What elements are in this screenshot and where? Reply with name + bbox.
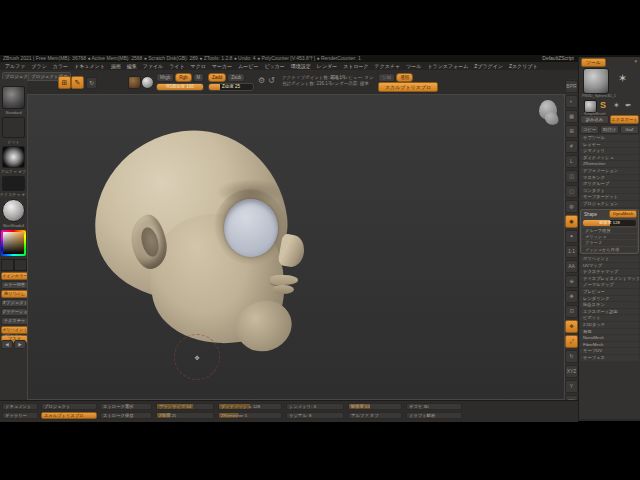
tool-section-row[interactable]: デフォメーション (580, 168, 639, 174)
local-symmetry-icon[interactable]: L (565, 155, 578, 168)
bottom-shelf-item[interactable]: プロジェクト (41, 403, 97, 410)
tool-section-row[interactable]: レンダリング (580, 296, 639, 302)
menu-item[interactable]: ドキュメント (71, 62, 108, 70)
bottom-shelf-item[interactable]: ストローク選択 (100, 403, 152, 410)
tool-section-row[interactable]: ダイナメッシュ (580, 155, 639, 161)
current-material-thumb[interactable] (141, 76, 154, 89)
xyz-icon[interactable]: XYZ (565, 365, 578, 378)
edit-button[interactable]: ✎ (71, 76, 84, 89)
tool-section-row[interactable]: レイヤー (580, 142, 639, 148)
tool-section-row[interactable]: ディスプレイスメントマップ (580, 276, 639, 282)
zoom-icon[interactable]: ⊕ (565, 275, 578, 288)
tool-quick-button[interactable]: GoZ (620, 125, 639, 134)
tool-section-row[interactable]: ポリグループ (580, 181, 639, 187)
main-color-swatch[interactable] (1, 259, 14, 271)
tool-section-row[interactable]: モーフターゲット (580, 194, 639, 200)
tool-section-row[interactable]: サブツール (580, 135, 639, 141)
tool-section-row[interactable]: ジオメトリ (580, 148, 639, 154)
current-tool-thumb[interactable] (583, 68, 609, 94)
scroll-icon[interactable]: ✥ (565, 290, 578, 303)
sculpt-mode-button[interactable]: Zadd (208, 73, 226, 82)
shape-panel-row[interactable]: メッシュから作成 (582, 247, 637, 252)
history-icon[interactable]: ↺ (268, 76, 275, 85)
rotate-icon[interactable]: ↻ (565, 350, 578, 363)
document-canvas[interactable]: ✥ (27, 94, 565, 400)
camview-head-thumbnail[interactable] (537, 100, 563, 128)
frame-icon[interactable]: ⊡ (565, 305, 578, 318)
bpr-render-icon[interactable]: BPR (565, 80, 578, 93)
prev-color-button[interactable]: ◀ (1, 340, 13, 349)
color-action-button[interactable]: オブジェクト (1, 299, 28, 307)
menu-item[interactable]: マクロ (188, 62, 209, 70)
tool-section-row[interactable]: プレビュー (580, 289, 639, 295)
perspective-icon[interactable]: ⊞ (565, 125, 578, 138)
tool-io-button[interactable]: エクスポート (610, 115, 639, 124)
z-intensity-slider[interactable]: Z強度 25 (208, 83, 254, 91)
star-tool-icon[interactable]: ✶ (613, 101, 620, 110)
bottom-shelf-item[interactable]: シンメトリ: X (286, 403, 344, 410)
color-mode-button[interactable]: Rgb (175, 73, 191, 82)
bottom-shelf-item[interactable]: ブラシサイズ 64 (156, 403, 214, 410)
menu-item[interactable]: 描画 (108, 62, 124, 70)
scale-icon[interactable]: ⤢ (565, 335, 578, 348)
rotate-mode-icon[interactable]: ↻ (86, 77, 97, 89)
tool-section-row[interactable]: エクスポート設定 (580, 309, 639, 315)
menu-item[interactable]: トランスフォーム (424, 62, 471, 70)
next-color-button[interactable]: ▶ (14, 340, 26, 349)
floor-icon[interactable]: # (565, 140, 578, 153)
tool-section-row[interactable]: コンタクト (580, 188, 639, 194)
bottom-shelf-item[interactable]: ダイナメッシュ 128 (218, 403, 282, 410)
tool-section-row[interactable]: 履歴 (580, 329, 639, 335)
tool-io-button[interactable]: 読み込み (580, 115, 609, 124)
stroke-picker[interactable] (2, 117, 25, 138)
tool-section-row[interactable]: NanoMesh (580, 335, 639, 341)
menu-item[interactable]: ツール (403, 62, 424, 70)
color-picker[interactable] (1, 230, 26, 256)
tool-section-row[interactable]: モーフUV (580, 348, 639, 354)
menu-item[interactable]: ピッカー (261, 62, 287, 70)
lightbox-button[interactable]: ⊞ (58, 76, 71, 89)
tool-section-row[interactable]: 統合スキン (580, 302, 639, 308)
tool-quick-button[interactable]: コピー (580, 125, 599, 134)
grid-icon[interactable]: ▦ (565, 110, 578, 123)
dynamesh-button[interactable]: DynaMesh (609, 210, 637, 218)
tool-section-row[interactable]: ピボット (580, 315, 639, 321)
simple-brush-icon[interactable]: ✶ (618, 72, 627, 85)
menu-item[interactable]: ライト (166, 62, 187, 70)
texture-picker[interactable] (2, 176, 25, 191)
bottom-shelf-item[interactable]: ドラフト解析 (406, 412, 462, 419)
quick-toggle-button[interactable]: 透明 (396, 73, 413, 82)
color-action-button[interactable]: メインカラー (1, 272, 28, 280)
tool-section-row[interactable]: ポリペイント (580, 256, 639, 262)
bottom-shelf-item[interactable]: ドキュメント (2, 403, 38, 410)
move-icon[interactable]: ✥ (565, 320, 578, 333)
tool-section-row[interactable]: テクスチャマップ (580, 269, 639, 275)
menu-item[interactable]: ブラシ (28, 62, 49, 70)
tool-section-row[interactable]: プロジェクション (580, 201, 639, 207)
bottom-shelf-item[interactable]: スカルプトリスプロ (41, 412, 97, 419)
menu-item[interactable]: 編集 (124, 62, 140, 70)
bottom-shelf-item[interactable]: ギズモ 3D (406, 403, 462, 410)
menu-item[interactable]: アルファ (2, 62, 28, 70)
tool-section-row[interactable]: FiberMesh (580, 342, 639, 348)
menu-item[interactable]: ストローク (340, 62, 371, 70)
shape-panel-row[interactable]: ブラー 2 (582, 240, 637, 245)
bottom-shelf-item[interactable]: アルファ オフ (348, 412, 402, 419)
material-picker[interactable] (2, 199, 25, 222)
tool-section-row[interactable]: ノーマルマップ (580, 282, 639, 288)
color-mode-button[interactable]: Mrgb (156, 73, 174, 82)
bottom-shelf-item[interactable]: ギャラリー (2, 412, 38, 419)
bottom-shelf-item[interactable]: ストローク保存 (100, 412, 152, 419)
zbrush-s-icon[interactable]: S (600, 100, 606, 110)
y-icon[interactable]: Y (565, 380, 578, 393)
menu-item[interactable]: ムービー (235, 62, 261, 70)
sculptris-pro-button[interactable]: スカルプトリスプロ (378, 82, 438, 92)
brush-picker[interactable] (2, 86, 25, 109)
secondary-color-swatch[interactable] (14, 259, 27, 271)
tool-quick-button[interactable]: 貼付け (600, 125, 619, 134)
sculpted-head-model[interactable] (88, 129, 300, 367)
menu-item[interactable]: マーカー (209, 62, 235, 70)
gear-icon[interactable]: ⚙ (258, 76, 265, 85)
pen-tool-icon[interactable]: ✒ (625, 101, 632, 110)
quick-toggle-button[interactable]: ソロ (378, 73, 395, 82)
